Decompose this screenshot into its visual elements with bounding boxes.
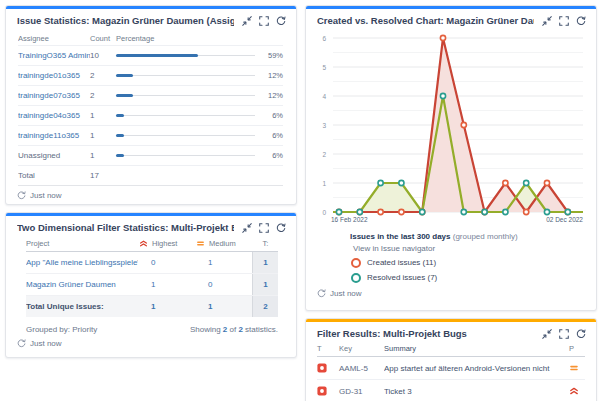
grand-total-link[interactable]: 2 xyxy=(252,296,278,317)
maximize-icon[interactable] xyxy=(559,16,569,26)
total-medium-link[interactable]: 1 xyxy=(195,302,252,311)
gadget-footer: Just now xyxy=(6,186,296,205)
col-medium-label[interactable]: Medium xyxy=(209,239,236,248)
percentage-cell: 12% xyxy=(116,91,283,100)
row-total-link[interactable]: 1 xyxy=(252,274,278,295)
y-tick-label: 5 xyxy=(322,64,326,71)
y-tick-label: 1 xyxy=(322,180,326,187)
col-medium: Medium xyxy=(196,239,253,248)
refresh-small-icon[interactable] xyxy=(317,289,326,298)
col-priority: P xyxy=(569,344,585,353)
minimize-icon[interactable] xyxy=(242,16,252,26)
bar-fill xyxy=(116,114,124,117)
assignee-link[interactable]: trainingde01o365 xyxy=(18,71,90,80)
legend-label-created[interactable]: Created issues (11) xyxy=(367,258,436,267)
project-link[interactable]: Magazin Grüner Daumen xyxy=(26,280,138,289)
bar-track xyxy=(116,135,255,136)
count-value: 1 xyxy=(90,131,116,140)
col-highest: Highest xyxy=(139,239,196,248)
refresh-small-icon[interactable] xyxy=(17,339,26,348)
count-value: 1 xyxy=(90,111,116,120)
line-chart-svg: 012345616 Feb 202202 Dec 2022 xyxy=(313,30,589,226)
col-total: T: xyxy=(253,239,278,248)
created-point xyxy=(399,209,404,214)
minimize-icon[interactable] xyxy=(242,223,252,233)
issue-summary-link[interactable]: App startet auf älteren Android-Versione… xyxy=(384,364,569,373)
maximize-icon[interactable] xyxy=(259,223,269,233)
created-point xyxy=(378,209,383,214)
percent-label: 12% xyxy=(261,71,283,80)
stats-row: trainingde01o365212% xyxy=(18,65,283,85)
percentage-bar xyxy=(116,53,255,58)
refresh-icon[interactable] xyxy=(576,329,586,339)
assignee-link[interactable]: trainingde04o365 xyxy=(18,111,90,120)
col-highest-label[interactable]: Highest xyxy=(152,239,177,248)
bar-fill xyxy=(116,74,133,77)
maximize-icon[interactable] xyxy=(259,16,269,26)
assignee-link[interactable]: trainingde11o365 xyxy=(18,131,90,140)
issue-stats-table: Assignee Count Percentage TrainingO365 A… xyxy=(6,30,296,186)
x-axis-last-label: 02 Dec 2022 xyxy=(546,216,583,223)
issue-row: GD-31Ticket 3 xyxy=(317,380,585,401)
highest-count-link[interactable]: 0 xyxy=(138,258,195,267)
bar-fill xyxy=(116,54,198,57)
col-percentage: Percentage xyxy=(116,34,283,43)
view-in-issue-navigator-link[interactable]: View in Issue navigator xyxy=(353,244,586,253)
refresh-icon[interactable] xyxy=(576,16,586,26)
gadget-header: Filter Results: Multi-Projekt Bugs xyxy=(306,322,596,343)
minimize-icon[interactable] xyxy=(542,16,552,26)
total-highest-link[interactable]: 1 xyxy=(138,302,195,311)
legend-label-resolved[interactable]: Resolved issues (7) xyxy=(367,273,437,282)
showing-pre: Showing xyxy=(190,325,221,334)
showing-post: statistics. xyxy=(245,325,278,334)
last-updated: Just now xyxy=(330,289,362,298)
resolved-point xyxy=(461,209,466,214)
percentage-cell: 6% xyxy=(116,111,283,120)
gadget-created-vs-resolved: Created vs. Resolved Chart: Magazin Grün… xyxy=(305,5,597,311)
stats-total-row: Total17 xyxy=(18,165,283,186)
resolved-point xyxy=(336,209,341,214)
resolved-point xyxy=(440,93,445,98)
bar-fill xyxy=(116,134,124,137)
project-link[interactable]: App "Alle meine Lieblingsspiele" xyxy=(26,258,138,267)
total-unique-issues-row: Total Unique Issues:112 xyxy=(26,296,278,317)
refresh-icon[interactable] xyxy=(276,223,286,233)
row-total-link[interactable]: 1 xyxy=(252,252,278,273)
table-header-row: T Key Summary P xyxy=(317,343,585,357)
created-point xyxy=(544,180,549,185)
created-point xyxy=(440,35,445,40)
showing-total-link[interactable]: 2 xyxy=(238,325,242,334)
legend-item-resolved: Resolved issues (7) xyxy=(351,271,586,284)
total-unique-issues-label: Total Unique Issues: xyxy=(26,302,138,311)
percent-label: 6% xyxy=(261,131,283,140)
stats-row: Unassigned16% xyxy=(18,145,283,165)
issue-key-link[interactable]: AAML-5 xyxy=(339,364,384,373)
assignee-link[interactable]: trainingde07o365 xyxy=(18,91,90,100)
refresh-small-icon[interactable] xyxy=(17,191,26,200)
medium-count-link[interactable]: 1 xyxy=(195,258,252,267)
gadget-header: Issue Statistics: Magazin Grüner Daumen … xyxy=(6,9,296,30)
legend-note: (grouped monthly) xyxy=(453,232,518,241)
count-value: 2 xyxy=(90,91,116,100)
gadget-controls xyxy=(542,16,586,26)
maximize-icon[interactable] xyxy=(559,329,569,339)
highest-count-link[interactable]: 1 xyxy=(138,280,195,289)
highest-priority-icon xyxy=(569,386,585,396)
assignee-link[interactable]: TrainingO365 Admin xyxy=(18,51,90,60)
bar-track xyxy=(116,155,255,156)
gadget-two-dimensional-stats: Two Dimensional Filter Statistics: Multi… xyxy=(5,212,297,358)
stats-row: TrainingO365 Admin1059% xyxy=(18,45,283,65)
last-updated: Just now xyxy=(30,339,62,348)
gadget-controls xyxy=(542,329,586,339)
issue-summary-link[interactable]: Ticket 3 xyxy=(384,387,569,396)
minimize-icon[interactable] xyxy=(542,329,552,339)
medium-count-link[interactable]: 0 xyxy=(195,280,252,289)
percentage-bar xyxy=(116,93,255,98)
y-tick-label: 0 xyxy=(322,209,326,216)
gadget-header: Two Dimensional Filter Statistics: Multi… xyxy=(6,216,296,237)
highest-priority-icon xyxy=(139,239,148,248)
showing-count-link[interactable]: 2 xyxy=(223,325,227,334)
resolved-point xyxy=(357,209,362,214)
issue-key-link[interactable]: GD-31 xyxy=(339,387,384,396)
refresh-icon[interactable] xyxy=(276,16,286,26)
